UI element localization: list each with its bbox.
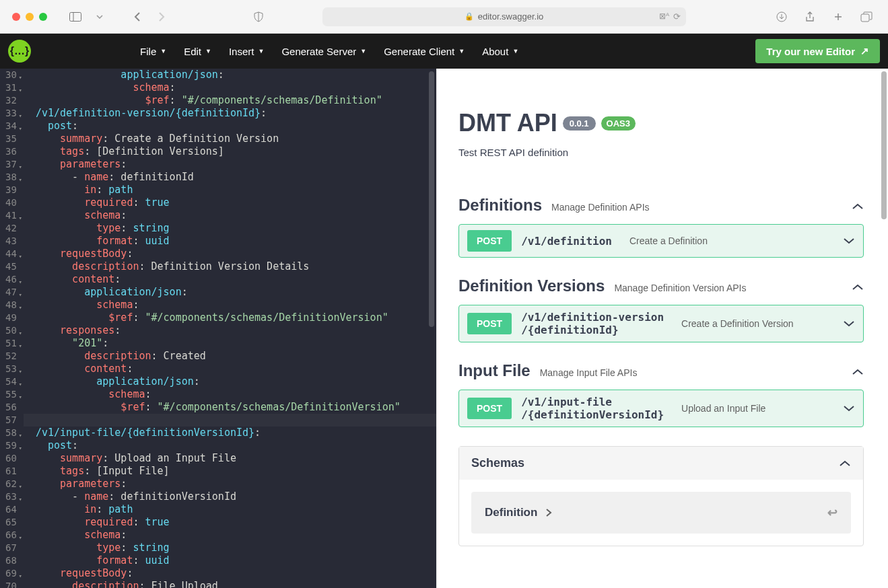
code-line[interactable]: - name: definitionVersionId <box>24 490 436 503</box>
preview-scrollbar[interactable] <box>881 71 887 219</box>
editor-pane[interactable]: 30▾31▾3233▾34▾353637▾38▾394041▾424344▾45… <box>0 69 436 588</box>
code-line[interactable]: schema: <box>24 529 436 542</box>
code-line[interactable]: requestBody: <box>24 248 436 260</box>
code-line[interactable]: post: <box>24 120 436 133</box>
code-line[interactable]: format: uuid <box>24 235 436 248</box>
code-line[interactable]: in: path <box>24 503 436 516</box>
fold-icon[interactable]: ▾ <box>18 250 22 263</box>
code-line[interactable]: summary: Upload an Input File <box>24 452 436 465</box>
code-line[interactable] <box>24 414 436 427</box>
downloads-icon[interactable] <box>772 7 791 26</box>
minimize-window-button[interactable] <box>26 13 34 21</box>
code-line[interactable]: schema: <box>24 81 436 94</box>
fold-icon[interactable]: ▾ <box>18 212 22 225</box>
fold-icon[interactable]: ▾ <box>18 570 22 583</box>
code-line[interactable]: /v1/definition-version/{definitionId}: <box>24 107 436 120</box>
menu-item-file[interactable]: File▼ <box>140 46 166 57</box>
section-header[interactable]: Definition Versions Manage Definition Ve… <box>458 277 864 295</box>
forward-button[interactable] <box>152 7 171 26</box>
operation-block[interactable]: POST /v1/input-file/{definitionVersionId… <box>458 390 864 427</box>
code-line[interactable]: schema: <box>24 209 436 222</box>
code-line[interactable]: $ref: "#/components/schemas/DefinitionVe… <box>24 311 436 324</box>
fold-icon[interactable]: ▾ <box>18 442 22 455</box>
tabs-icon[interactable] <box>857 7 876 26</box>
reload-icon[interactable]: ⟳ <box>673 11 681 22</box>
code-line[interactable]: application/json: <box>24 69 436 81</box>
code-line[interactable]: tags: [Definition Versions] <box>24 145 436 158</box>
fold-icon[interactable]: ▾ <box>18 531 22 544</box>
menu-item-edit[interactable]: Edit▼ <box>184 46 211 57</box>
code-line[interactable]: description: Created <box>24 350 436 363</box>
fold-icon[interactable]: ▾ <box>18 110 22 122</box>
code-line[interactable]: parameters: <box>24 478 436 490</box>
code-line[interactable]: type: string <box>24 222 436 235</box>
fold-icon[interactable]: ▾ <box>18 84 22 97</box>
code-line[interactable]: required: true <box>24 516 436 529</box>
try-new-editor-button[interactable]: Try our new Editor ↗ <box>755 39 880 63</box>
external-link-icon: ↗ <box>860 45 869 57</box>
operation-block[interactable]: POST /v1/definition-version/{definitionI… <box>458 305 864 342</box>
code-line[interactable]: application/json: <box>24 286 436 299</box>
fold-icon[interactable]: ▾ <box>18 493 22 506</box>
translate-icon[interactable]: ⊠ᴬ <box>659 11 669 22</box>
close-window-button[interactable] <box>12 13 20 21</box>
schema-item[interactable]: Definition ↩ <box>471 492 851 534</box>
code-line[interactable]: type: string <box>24 542 436 554</box>
line-number: 66▾ <box>5 529 17 542</box>
shield-icon[interactable] <box>249 7 268 26</box>
code-line[interactable]: "201": <box>24 337 436 350</box>
code-line[interactable]: schema: <box>24 388 436 401</box>
code-line[interactable]: content: <box>24 363 436 375</box>
code-line[interactable]: responses: <box>24 324 436 337</box>
code-line[interactable]: format: uuid <box>24 554 436 567</box>
code-line[interactable]: tags: [Input File] <box>24 465 436 478</box>
new-tab-icon[interactable] <box>829 7 848 26</box>
line-number: 36 <box>5 145 17 158</box>
operation-block[interactable]: POST /v1/definition Create a Definition <box>458 224 864 258</box>
line-number: 65 <box>5 516 17 529</box>
fold-icon[interactable]: ▾ <box>18 365 22 378</box>
code-line[interactable]: - name: definitionId <box>24 171 436 184</box>
fold-icon[interactable]: ▾ <box>18 71 22 84</box>
code-line[interactable]: requestBody: <box>24 567 436 580</box>
section-header[interactable]: Input File Manage Input File APIs <box>458 361 864 380</box>
fold-icon[interactable]: ▾ <box>18 327 22 340</box>
code-line[interactable]: application/json: <box>24 375 436 388</box>
editor-code-area[interactable]: application/json: schema: $ref: "#/compo… <box>24 69 436 588</box>
editor-scrollbar[interactable] <box>429 71 434 327</box>
back-button[interactable] <box>128 7 147 26</box>
code-line[interactable]: in: path <box>24 184 436 196</box>
schemas-header[interactable]: Schemas <box>459 447 863 480</box>
menu-item-about[interactable]: About▼ <box>482 46 518 57</box>
jump-to-icon[interactable]: ↩ <box>827 505 838 520</box>
menu-item-insert[interactable]: Insert▼ <box>229 46 264 57</box>
code-line[interactable]: $ref: "#/components/schemas/Definition" <box>24 94 436 107</box>
code-line[interactable]: schema: <box>24 299 436 311</box>
code-line[interactable]: $ref: "#/components/schemas/DefinitionVe… <box>24 401 436 414</box>
code-line[interactable]: summary: Create a Definition Version <box>24 133 436 145</box>
code-line[interactable]: required: true <box>24 196 436 209</box>
fold-icon[interactable]: ▾ <box>18 122 22 135</box>
fold-icon[interactable]: ▾ <box>18 429 22 442</box>
fold-icon[interactable]: ▾ <box>18 276 22 289</box>
code-line[interactable]: description: File Upload <box>24 580 436 588</box>
fold-icon[interactable]: ▾ <box>18 340 22 353</box>
url-bar[interactable]: 🔒 editor.swagger.io ⊠ᴬ ⟳ <box>322 7 686 26</box>
menu-item-generate-client[interactable]: Generate Client▼ <box>384 46 465 57</box>
share-icon[interactable] <box>800 7 819 26</box>
code-line[interactable]: description: Definition Version Details <box>24 260 436 273</box>
code-line[interactable]: /v1/input-file/{definitionVersionId}: <box>24 427 436 439</box>
code-line[interactable]: post: <box>24 439 436 452</box>
menu-item-generate-server[interactable]: Generate Server▼ <box>281 46 366 57</box>
fold-icon[interactable]: ▾ <box>18 480 22 493</box>
code-line[interactable]: content: <box>24 273 436 286</box>
fold-icon[interactable]: ▾ <box>18 174 22 186</box>
preview-pane[interactable]: DMT API 0.0.1 OAS3 Test REST API definit… <box>436 69 888 588</box>
code-line[interactable]: parameters: <box>24 158 436 171</box>
fold-icon[interactable]: ▾ <box>18 378 22 391</box>
fold-icon[interactable]: ▾ <box>18 289 22 301</box>
fold-icon[interactable]: ▾ <box>18 161 22 174</box>
section-header[interactable]: Definitions Manage Definition APIs <box>458 196 864 215</box>
fold-icon[interactable]: ▾ <box>18 301 22 314</box>
fold-icon[interactable]: ▾ <box>18 391 22 404</box>
